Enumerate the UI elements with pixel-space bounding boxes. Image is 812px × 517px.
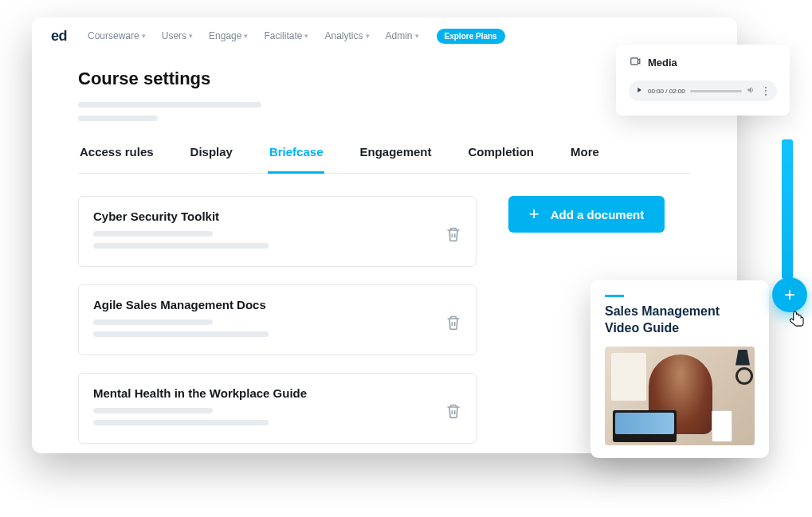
plus-icon: + bbox=[784, 284, 795, 306]
chevron-down-icon: ▾ bbox=[189, 32, 193, 40]
tab-display[interactable]: Display bbox=[189, 145, 234, 173]
document-card[interactable]: Cyber Security Toolkit bbox=[78, 196, 477, 267]
document-title: Cyber Security Toolkit bbox=[93, 210, 269, 223]
chevron-down-icon: ▾ bbox=[244, 32, 248, 40]
svg-rect-0 bbox=[631, 58, 638, 65]
tab-engagement[interactable]: Engagement bbox=[358, 145, 433, 173]
trash-icon[interactable] bbox=[445, 402, 461, 423]
document-card[interactable]: Agile Sales Management Docs bbox=[78, 284, 477, 355]
media-popover: Media 00:00 / 02:00 ⋮ bbox=[616, 45, 790, 116]
nav-users[interactable]: Users ▾ bbox=[157, 27, 198, 45]
pointer-cursor-icon bbox=[787, 307, 809, 330]
sales-guide-title: Sales Management Video Guide bbox=[605, 304, 755, 337]
nav-label: Facilitate bbox=[264, 30, 302, 41]
skeleton-line bbox=[93, 231, 213, 237]
add-document-label: Add a document bbox=[551, 208, 645, 221]
trash-icon[interactable] bbox=[445, 225, 461, 246]
plus-icon: + bbox=[529, 204, 539, 225]
nav-admin[interactable]: Admin ▾ bbox=[381, 27, 424, 45]
skeleton-line bbox=[93, 319, 213, 325]
nav-label: Analytics bbox=[324, 30, 363, 41]
logo: ed bbox=[51, 28, 67, 45]
settings-tabs: Access rules Display Briefcase Engagemen… bbox=[78, 145, 691, 174]
skeleton-line bbox=[93, 408, 213, 413]
chevron-down-icon: ▾ bbox=[142, 32, 146, 40]
chevron-down-icon: ▾ bbox=[304, 32, 308, 40]
tab-access-rules[interactable]: Access rules bbox=[78, 145, 155, 173]
media-label: Media bbox=[648, 57, 677, 69]
more-icon[interactable]: ⋮ bbox=[761, 86, 771, 96]
audio-time: 00:00 / 02:00 bbox=[648, 88, 685, 95]
nav-label: Users bbox=[162, 30, 186, 41]
nav-label: Courseware bbox=[88, 30, 139, 41]
tab-completion[interactable]: Completion bbox=[467, 145, 536, 173]
explore-plans-button[interactable]: Explore Plans bbox=[437, 29, 505, 44]
media-icon bbox=[629, 56, 641, 69]
skeleton-line bbox=[93, 331, 269, 337]
chevron-down-icon: ▾ bbox=[366, 32, 370, 40]
sales-guide-thumbnail bbox=[605, 347, 755, 445]
tab-briefcase[interactable]: Briefcase bbox=[268, 145, 325, 174]
add-document-button[interactable]: + Add a document bbox=[508, 196, 665, 233]
play-icon[interactable] bbox=[635, 86, 643, 96]
page-title: Course settings bbox=[78, 69, 691, 89]
skeleton-line bbox=[93, 243, 269, 249]
tab-more[interactable]: More bbox=[569, 145, 601, 173]
document-title: Mental Health in the Workplace Guide bbox=[93, 386, 307, 400]
nav-analytics[interactable]: Analytics ▾ bbox=[320, 27, 374, 45]
media-header: Media bbox=[629, 56, 777, 69]
trash-icon[interactable] bbox=[445, 314, 461, 335]
document-title: Agile Sales Management Docs bbox=[93, 298, 269, 311]
document-list: Cyber Security Toolkit Agile Sales Manag… bbox=[78, 196, 477, 444]
accent-bar bbox=[605, 295, 624, 297]
skeleton-line bbox=[93, 420, 269, 425]
sales-guide-card[interactable]: Sales Management Video Guide bbox=[590, 280, 769, 458]
nav-engage[interactable]: Engage ▾ bbox=[204, 27, 253, 45]
nav-courseware[interactable]: Courseware ▾ bbox=[83, 27, 151, 45]
nav-label: Admin bbox=[386, 30, 413, 41]
chevron-down-icon: ▾ bbox=[415, 32, 419, 40]
skeleton-line bbox=[78, 116, 158, 121]
audio-player[interactable]: 00:00 / 02:00 ⋮ bbox=[629, 80, 777, 101]
skeleton-line bbox=[78, 102, 261, 108]
decorative-strip bbox=[782, 139, 793, 279]
nav-facilitate[interactable]: Facilitate ▾ bbox=[259, 27, 313, 45]
audio-track[interactable] bbox=[690, 90, 742, 92]
nav-label: Engage bbox=[209, 30, 241, 41]
document-card[interactable]: Mental Health in the Workplace Guide bbox=[78, 373, 477, 444]
volume-icon[interactable] bbox=[747, 85, 756, 96]
